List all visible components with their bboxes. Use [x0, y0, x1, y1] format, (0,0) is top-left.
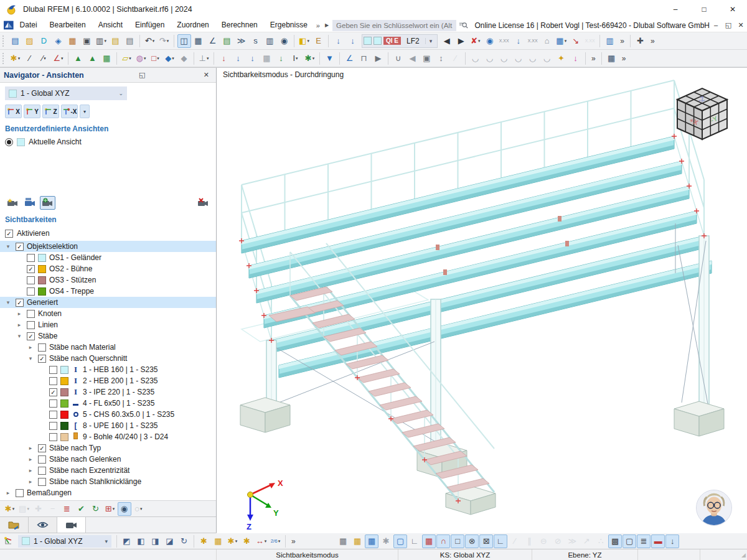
support-center-icon[interactable]: ◉	[278, 34, 291, 48]
console-icon[interactable]: ≫	[235, 34, 248, 48]
menu-bearbeiten[interactable]: Bearbeiten	[44, 19, 92, 32]
show-grid-icon[interactable]: ▦	[336, 534, 350, 548]
tree-item-objektselektion[interactable]: ▾Objektselektion	[0, 241, 216, 252]
snap-step-icon[interactable]: 2/6▾	[269, 534, 283, 548]
expander-icon[interactable]: ▸	[26, 456, 35, 462]
navigator-toggle-icon[interactable]: ◫	[177, 34, 191, 48]
work-plane-icon[interactable]: ◧▾	[298, 34, 311, 48]
activate-checkbox[interactable]	[5, 230, 13, 238]
expander-icon[interactable]: ▾	[4, 243, 12, 250]
tree-checkbox[interactable]	[38, 444, 46, 452]
load-case-combo[interactable]: QI E LF2 ▾	[362, 34, 438, 48]
show-guidelines-icon[interactable]: ✱	[379, 534, 393, 548]
work-plane-select-icon[interactable]: ∟	[408, 534, 421, 548]
new-free-load-icon[interactable]: ↓	[275, 52, 288, 65]
expander-icon[interactable]: ▾	[26, 355, 35, 362]
tree-item-8-upe-160-1-s235[interactable]: [8 - UPE 160 | 1 - S235	[0, 420, 216, 431]
navigation-cube[interactable]: +X -Y -Z	[670, 85, 735, 143]
menu-expand-icon[interactable]: ▶	[322, 22, 331, 28]
show-deformed-icon[interactable]: ↘	[569, 34, 583, 48]
new-guideline-icon[interactable]: ✱▾	[226, 534, 240, 548]
tree-item-2-heb-200-1-s235[interactable]: I2 - HEB 200 | 1 - S235	[0, 375, 216, 386]
tree-checkbox[interactable]	[38, 355, 46, 363]
menu-einf-gen[interactable]: Einfügen	[129, 19, 171, 32]
new-solid-gray-icon[interactable]: ◆	[177, 52, 191, 65]
tree-checkbox[interactable]	[49, 399, 57, 408]
mdi-minimize-button[interactable]: –	[710, 21, 722, 29]
new-imperfection-icon[interactable]: Ι▾	[289, 52, 303, 65]
open-model-icon[interactable]: ▨	[23, 34, 37, 48]
load-transfer-icon[interactable]: ↓	[332, 34, 345, 48]
tree-item-5-chs-60-3x5-0-1-s235[interactable]: 5 - CHS 60.3x5.0 | 1 - S235	[0, 409, 216, 420]
tree-checkbox[interactable]	[27, 287, 35, 296]
pin-view-icon[interactable]: ↓	[665, 534, 679, 548]
pan-zoom-icon[interactable]: ✚	[633, 34, 647, 48]
model-beams[interactable]	[242, 136, 712, 378]
tree-checkbox[interactable]	[27, 254, 35, 262]
view-rotate-icon[interactable]: ↻	[177, 534, 191, 548]
view-minus-x-button[interactable]: -X	[61, 105, 78, 118]
tree-checkbox[interactable]	[49, 377, 57, 385]
camera-list-button[interactable]	[22, 196, 38, 210]
tree-checkbox[interactable]	[38, 467, 46, 475]
view-z-button[interactable]: Z	[42, 105, 59, 118]
tree-item-generiert[interactable]: ▾Generiert	[0, 297, 216, 308]
mdi-close-button[interactable]: ✕	[735, 21, 747, 29]
view-back-icon[interactable]: ◀	[406, 52, 420, 65]
save-icon[interactable]: ▣	[80, 34, 94, 48]
rendered-view-icon[interactable]: ▣	[420, 52, 434, 65]
fill-grid-icon[interactable]: ▩	[608, 534, 622, 548]
load-distribution-icon[interactable]: ↓	[346, 34, 360, 48]
bottom-overflow-icon[interactable]: »	[288, 537, 299, 546]
new-polyline-icon[interactable]: ∠▾	[52, 52, 65, 65]
new-node-icon[interactable]: ✱▾	[9, 52, 22, 65]
animation-icon[interactable]: ▶	[372, 52, 385, 65]
tree-item-os1-gel-nder[interactable]: OS1 - Geländer	[0, 252, 216, 263]
toolbar2-overflow-icon[interactable]: »	[588, 54, 599, 63]
tree-item-st-be-nach-typ[interactable]: ▸Stäbe nach Typ	[0, 442, 216, 454]
tree-checkbox[interactable]	[27, 310, 35, 318]
filter-objects-icon[interactable]: ▼	[323, 52, 337, 65]
plane-edit-icon[interactable]: E	[312, 34, 326, 48]
show-results-icon[interactable]: ↓	[512, 34, 525, 48]
result-beam-icon[interactable]: ∠	[343, 52, 357, 65]
view-y-button[interactable]: Y	[24, 105, 40, 118]
new-surface-load-icon[interactable]: ▦	[260, 52, 274, 65]
delete-visibility-button[interactable]	[195, 196, 211, 210]
redo-icon[interactable]: ↷▾	[157, 34, 171, 48]
panel-float-icon[interactable]: ◱	[136, 71, 148, 79]
tree-checkbox[interactable]	[49, 433, 57, 441]
tree-item-linien[interactable]: ▸Linien	[0, 319, 216, 330]
toolbar2-more-icon[interactable]: »	[619, 54, 629, 63]
print-icon[interactable]: ▥▾	[95, 34, 108, 48]
chevron-down-icon[interactable]: ⌄	[118, 90, 123, 96]
expander-icon[interactable]: ▸	[26, 344, 35, 350]
snap-grid-icon[interactable]: ▦	[365, 534, 378, 548]
view-in-x-icon[interactable]: ◧	[134, 534, 148, 548]
report-viewer-icon[interactable]: ▥	[263, 34, 277, 48]
show-solids-icon[interactable]: ⌂	[540, 34, 554, 48]
save-as-template-icon[interactable]: ▦	[66, 34, 80, 48]
maximize-button[interactable]: □	[690, 0, 718, 19]
toolbar1-more-icon[interactable]: »	[647, 37, 658, 45]
clipping-box-icon[interactable]: ⊓	[357, 52, 371, 65]
new-line-type-icon[interactable]: ∕▾	[37, 52, 51, 65]
tree-checkbox[interactable]	[16, 299, 24, 307]
search-input[interactable]	[332, 20, 456, 31]
member-grid-icon[interactable]: ▦	[100, 52, 114, 65]
panel-close-icon[interactable]: ✕	[200, 71, 212, 79]
hinge-start-icon[interactable]: ◡	[469, 52, 482, 65]
result-diagram-mode-icon[interactable]: ∪	[392, 52, 405, 65]
print-graphic-icon[interactable]: ▥	[603, 34, 617, 48]
snap-endpoint-icon[interactable]: □	[451, 534, 464, 548]
visibility-mode-off-icon[interactable]: ◌▾	[132, 502, 146, 516]
toolbar-grip[interactable]	[2, 35, 6, 47]
new-generated-node-icon[interactable]: ✱▾	[303, 52, 317, 65]
expander-icon[interactable]: ▾	[4, 299, 12, 306]
expander-icon[interactable]: ▸	[26, 467, 35, 474]
hinge-release-icon[interactable]: ◡	[540, 52, 554, 65]
expander-icon[interactable]: ▾	[15, 333, 24, 339]
tab-data[interactable]	[0, 517, 29, 533]
tree-checkbox[interactable]	[49, 422, 57, 430]
user-avatar[interactable]	[696, 490, 732, 526]
